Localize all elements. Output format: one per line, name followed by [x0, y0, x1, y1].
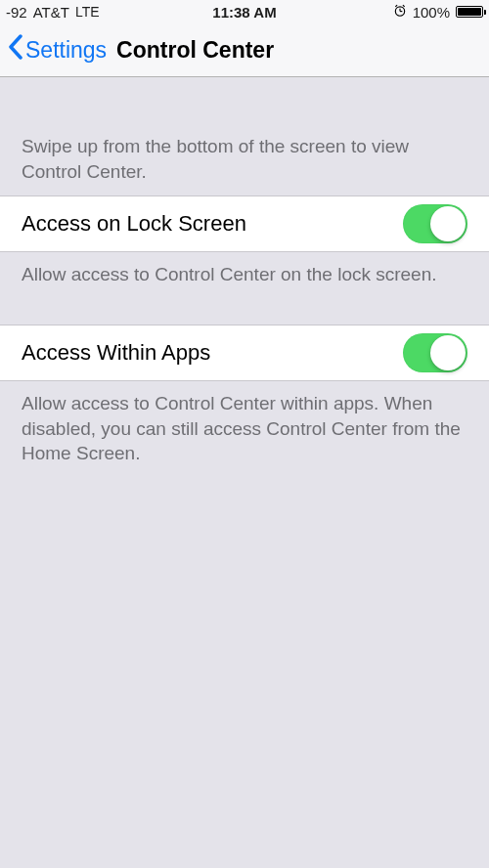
toggle-access-within-apps[interactable]: [403, 333, 467, 372]
network-label: LTE: [75, 4, 100, 20]
svg-line-3: [395, 5, 397, 7]
svg-line-4: [403, 5, 405, 7]
alarm-icon: [393, 4, 407, 21]
signal-strength: -92: [6, 4, 27, 21]
cell-label-lock: Access on Lock Screen: [22, 211, 246, 237]
status-bar: -92 AT&T LTE 11:38 AM 100%: [0, 0, 489, 23]
status-right: 100%: [393, 4, 483, 21]
cell-access-within-apps[interactable]: Access Within Apps: [0, 325, 489, 381]
settings-screen: -92 AT&T LTE 11:38 AM 100% Settings Cont…: [0, 0, 489, 868]
chevron-left-icon: [8, 34, 23, 65]
toggle-knob: [430, 206, 466, 241]
nav-bar: Settings Control Center: [0, 23, 489, 77]
footer-lock: Allow access to Control Center on the lo…: [0, 252, 489, 307]
status-left: -92 AT&T LTE: [6, 4, 100, 21]
back-button[interactable]: Settings: [8, 34, 107, 65]
footer-apps: Allow access to Control Center within ap…: [0, 381, 489, 486]
back-label: Settings: [25, 37, 107, 64]
cell-access-lock-screen[interactable]: Access on Lock Screen: [0, 195, 489, 252]
toggle-access-lock-screen[interactable]: [403, 204, 467, 243]
toggle-knob: [430, 335, 466, 370]
page-title: Control Center: [116, 37, 274, 64]
section-intro-text: Swipe up from the bottom of the screen t…: [0, 77, 489, 195]
battery-icon: [456, 6, 483, 18]
cell-label-apps: Access Within Apps: [22, 340, 210, 366]
carrier-label: AT&T: [33, 4, 69, 21]
battery-percent: 100%: [413, 4, 450, 21]
